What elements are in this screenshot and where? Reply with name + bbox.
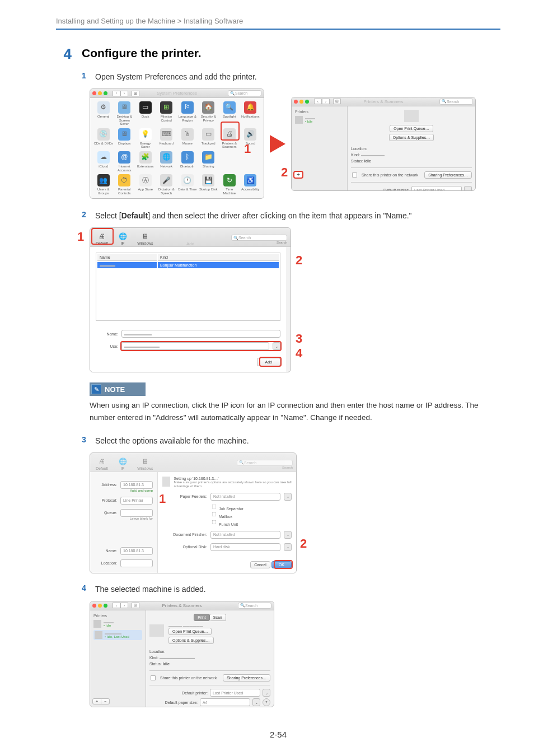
optional-disk-select[interactable]: Hard disk [210, 543, 280, 551]
list-row[interactable] [97, 284, 279, 290]
zoom-dot[interactable] [104, 604, 107, 608]
nav-back[interactable]: ‹ [314, 99, 322, 104]
search-input[interactable]: 🔍 Search [228, 90, 261, 96]
tab-windows[interactable]: 🖥Windows [135, 230, 155, 246]
nav-back[interactable]: ‹ [113, 603, 120, 608]
open-queue-button[interactable]: Open Print Queue… [390, 125, 433, 132]
nav-fwd[interactable]: › [120, 91, 128, 96]
zoom-dot[interactable] [305, 100, 309, 104]
share-checkbox[interactable] [151, 675, 156, 680]
list-row[interactable] [97, 291, 279, 297]
tab-windows[interactable]: 🖥Windows [135, 455, 155, 472]
tab-ip[interactable]: 🌐IP [115, 455, 130, 472]
sharing-prefs-button[interactable]: Sharing Preferences… [424, 171, 472, 179]
pref-mouse[interactable]: 🖱Mouse [177, 128, 198, 149]
name-field[interactable]: ▬▬▬▬▬▬▬ [121, 330, 280, 338]
pref-keyboard[interactable]: ⌨Keyboard [157, 128, 177, 149]
list-row[interactable] [97, 306, 279, 312]
remove-button[interactable]: − [101, 698, 110, 704]
zoom-dot[interactable] [104, 91, 107, 95]
pref-general[interactable]: ⚙General [93, 101, 114, 126]
pref-accessibility[interactable]: ♿Accessibility [241, 174, 261, 195]
chevron-down-icon[interactable]: ⌄ [464, 186, 472, 190]
help-icon[interactable]: ? [263, 698, 270, 706]
pref-users[interactable]: 👥Users & Groups [93, 174, 114, 195]
pref-security[interactable]: 🏠Security & Privacy [199, 101, 219, 126]
pref-appstore[interactable]: ⒶApp Store [135, 174, 156, 195]
chevron-down-icon[interactable]: ⌄ [284, 543, 292, 551]
pref-extensions[interactable]: 🧩Extensions [135, 151, 156, 172]
show-all-icon[interactable]: ⊞ [132, 603, 139, 608]
open-queue-button[interactable]: Open Print Queue… [168, 628, 212, 635]
add-printer-button[interactable]: + [293, 171, 303, 179]
close-dot[interactable] [92, 91, 96, 95]
pref-bluetooth[interactable]: ᛒBluetooth [177, 151, 198, 172]
print-tab[interactable]: Print [194, 614, 209, 621]
minimize-dot[interactable] [98, 91, 102, 95]
cancel-button[interactable]: Cancel [250, 561, 270, 568]
mailbox-checkbox[interactable] [212, 512, 217, 517]
nav-fwd[interactable]: › [322, 99, 330, 104]
pref-sharing[interactable]: 📁Sharing [199, 151, 219, 172]
search-input[interactable]: 🔍 Search [238, 603, 271, 609]
job-separator-checkbox[interactable] [212, 505, 217, 509]
list-row-selected[interactable]: ▬▬▬▬Bonjour Multifunction [97, 262, 279, 268]
add-button[interactable]: + [92, 698, 101, 704]
protocol-select[interactable]: Line Printer [120, 497, 153, 505]
list-row[interactable] [97, 269, 279, 276]
paper-feeders-select[interactable]: Not installed [210, 493, 280, 501]
tab-ip[interactable]: 🌐IP [115, 230, 130, 246]
close-dot[interactable] [294, 100, 298, 104]
chevron-down-icon[interactable]: ⌄ [252, 698, 260, 706]
pref-icloud[interactable]: ☁iCloud [93, 151, 114, 172]
scan-tab[interactable]: Scan [210, 614, 226, 621]
pref-dock[interactable]: ▭Dock [135, 101, 156, 126]
pref-cds[interactable]: 💿CDs & DVDs [93, 128, 114, 149]
pref-dictation[interactable]: 🎤Dictation & Speech [157, 174, 177, 195]
address-input[interactable]: 10.180.81.3 [120, 481, 153, 489]
location-input[interactable] [120, 559, 153, 567]
sharing-prefs-button[interactable]: Sharing Preferences… [223, 674, 270, 682]
col-kind[interactable]: Kind [158, 254, 279, 261]
nav-fwd[interactable]: › [120, 603, 128, 608]
pref-energy[interactable]: 💡Energy Saver [135, 128, 156, 149]
pref-desktop[interactable]: 🖥Desktop & Screen Saver [115, 101, 135, 126]
doc-finisher-select[interactable]: Not installed [210, 531, 280, 539]
printer-item[interactable]: ▬▬▬• Idle [93, 620, 142, 628]
default-printer-select[interactable]: Last Printer Used [411, 186, 462, 190]
options-button[interactable]: Options & Supplies… [389, 134, 434, 141]
tab-default[interactable]: 🖨Default [93, 455, 110, 472]
close-dot[interactable] [92, 604, 96, 608]
chevron-down-icon[interactable]: ⌄ [284, 493, 292, 501]
pref-mission[interactable]: ⊞Mission Control [157, 101, 177, 126]
printer-item-selected[interactable]: ▬▬▬▬▬• Idle, Last Used [93, 630, 142, 640]
options-button[interactable]: Options & Supplies… [168, 637, 214, 644]
pref-parental[interactable]: ⏱Parental Controls [115, 174, 135, 195]
list-row[interactable] [97, 298, 279, 305]
pref-notifications[interactable]: 🔔Notifications [241, 101, 261, 126]
minimize-dot[interactable] [98, 604, 102, 608]
search-input[interactable]: 🔍 Search [237, 460, 293, 466]
minimize-dot[interactable] [299, 100, 303, 104]
list-row[interactable] [97, 313, 279, 319]
punch-checkbox[interactable] [212, 520, 217, 525]
search-input[interactable]: 🔍 Search [231, 235, 287, 241]
paper-size-select[interactable]: A4 [200, 698, 250, 706]
name-input[interactable]: 10.180.81.3 [120, 547, 153, 555]
pref-network[interactable]: 🌐Network [157, 151, 177, 172]
pref-trackpad[interactable]: ▭Trackpad [199, 128, 219, 149]
show-all-icon[interactable]: ⊞ [132, 91, 139, 96]
share-checkbox[interactable] [352, 172, 357, 178]
pref-startup[interactable]: 💾Startup Disk [199, 174, 219, 195]
chevron-down-icon[interactable]: ⌄ [263, 689, 270, 697]
nav-back[interactable]: ‹ [113, 91, 120, 96]
pref-time[interactable]: ↻Time Machine [219, 174, 240, 195]
show-all-icon[interactable]: ⊞ [333, 99, 341, 104]
chevron-down-icon[interactable]: ⌄ [284, 531, 292, 539]
pref-language[interactable]: 🏳Language & Region [177, 101, 198, 126]
pref-datetime[interactable]: 🕐Date & Time [177, 174, 198, 195]
default-printer-select[interactable]: Last Printer Used [210, 689, 260, 697]
pref-internet[interactable]: @Internet Accounts [115, 151, 135, 172]
pref-displays[interactable]: 🖥Displays [115, 128, 135, 149]
queue-input[interactable] [120, 509, 153, 517]
